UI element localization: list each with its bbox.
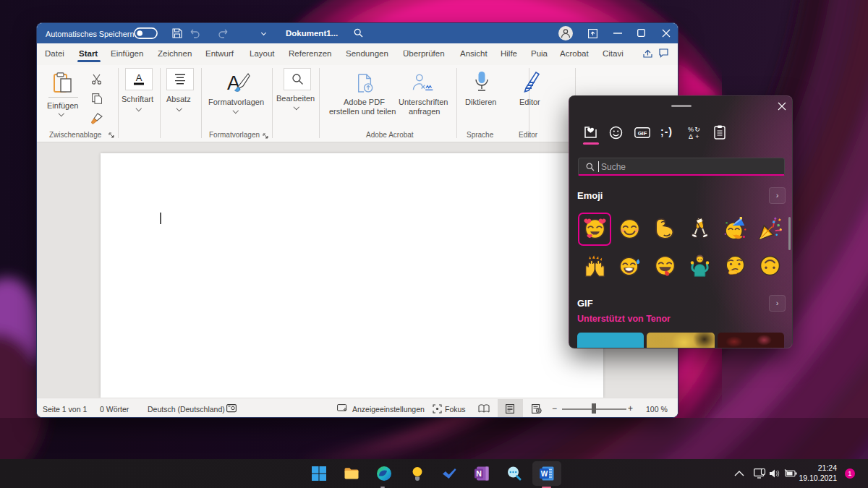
svg-text:GIF: GIF [638,130,647,137]
svg-text:↻: ↻ [694,126,700,133]
svg-text:Δ: Δ [689,133,693,140]
svg-text:A: A [136,72,142,83]
svg-text:+: + [695,133,699,140]
svg-text:%: % [688,126,694,133]
svg-text:N: N [476,469,482,478]
svg-text:W: W [541,470,548,478]
